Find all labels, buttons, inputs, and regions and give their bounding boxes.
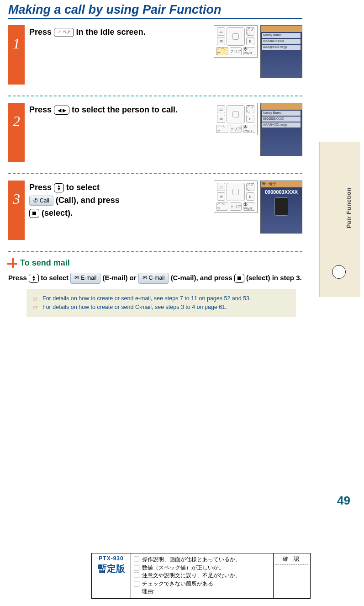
keypad-pwr-key: ⏻ PWR <box>243 202 255 211</box>
keypad-app-icon: アプリ <box>246 183 254 191</box>
checklist-left: PTX-930 暫定版 <box>92 553 131 598</box>
checkbox-icon[interactable] <box>134 573 139 578</box>
note-line: ☞ For details on how to create or send C… <box>33 304 290 311</box>
checklist-row: チェックできない箇所がある <box>134 580 270 588</box>
hand-icon: ☞ <box>33 295 39 303</box>
step-body: Press ◀ ▶ to select the person to call. <box>29 103 209 117</box>
keypad-dpad <box>227 27 245 46</box>
keypad-pair-key: ↗ ペア <box>216 47 228 55</box>
mail-paragraph: Press ▲▼ to select ✉ E-mail (E-mail) or … <box>8 272 302 284</box>
phone-screen-call: 田中優子 0900003XXXX <box>260 181 302 234</box>
screen-addr: AAA@XXX.ne.jp <box>262 122 301 128</box>
keypad-e-icon: E <box>246 37 254 45</box>
chip-label: E-mail <box>81 274 96 282</box>
keypad-clear-key: クリア <box>230 125 242 133</box>
step-body: Press ▲▼ to select ✆ Call (Call), and pr… <box>29 181 209 220</box>
phone-screen: Nancy Brand 0900003XXXX AAA@XXX.ne.jp <box>260 25 302 78</box>
checklist-text: 注意文や説明文に誤り、不足がないか。 <box>142 572 241 579</box>
keypad-clear-key: クリア <box>230 202 242 211</box>
page-content: Making a call by using Pair Function 1 P… <box>0 0 311 317</box>
screen-call-number: 0900003XXXX <box>261 189 302 195</box>
mail-icon: ✉ <box>74 274 79 282</box>
step-illustration: 📖 ✉ アプリ E ↗ ペア クリア ⏻ PWR 田中優子 09 <box>214 181 302 234</box>
text: Press <box>29 105 54 114</box>
step-number: 3 <box>8 181 25 240</box>
review-checklist: PTX-930 暫定版 操作説明、画面が仕様とあっているか。 数値（スペック値）… <box>91 553 311 599</box>
keypad-pair-key: ↗ ペア <box>216 202 228 211</box>
text: in the idle screen. <box>76 27 146 37</box>
screen-name: Nancy Brand <box>262 111 301 116</box>
screen-number: 0900003XXXX <box>262 39 301 44</box>
keypad-pwr-key: ⏻ PWR <box>243 125 255 133</box>
note-text: For details on how to create or send C-m… <box>42 304 227 310</box>
leftright-key-icon: ◀ ▶ <box>54 106 69 115</box>
select-key-icon <box>29 209 39 218</box>
text: Press <box>29 27 54 37</box>
keypad-diagram: 📖 ✉ アプリ E ↗ ペア クリア ⏻ PWR <box>214 181 258 213</box>
checklist-confirm: 確 認 <box>274 553 310 598</box>
mail-icon: ✉ <box>142 274 147 282</box>
subheading: To send mail <box>8 258 302 268</box>
step-text: Press ↗ ペア in the idle screen. <box>29 26 209 39</box>
model-label: PTX-930 <box>94 555 129 562</box>
text: (E-mail) or <box>102 274 138 282</box>
side-tab-label: Pair Function <box>345 187 352 229</box>
screen-number: 0900003XXXX <box>262 117 301 122</box>
screen-call-title: 田中優子 <box>261 181 302 187</box>
checklist-row: 数値（スペック値）が正しいか。 <box>134 564 270 572</box>
provisional-label: 暫定版 <box>94 563 129 575</box>
plus-icon <box>8 259 16 267</box>
text: Press <box>8 274 29 282</box>
keypad-book-icon: 📖 <box>217 183 225 191</box>
step-number: 2 <box>8 103 25 162</box>
phone-icon: ✆ <box>33 197 38 205</box>
note-line: ☞ For details on how to create or send e… <box>33 295 290 303</box>
keypad-mail-icon: ✉ <box>217 37 225 45</box>
step-2: 2 Press ◀ ▶ to select the person to call… <box>8 103 302 174</box>
checkbox-icon[interactable] <box>134 565 139 570</box>
keypad-book-icon: 📖 <box>217 105 225 113</box>
text: (Call), and press <box>56 196 120 205</box>
text: (select) in step 3. <box>246 274 302 282</box>
updown-key-icon: ▲▼ <box>54 183 64 192</box>
keypad-diagram: 📖 ✉ アプリ E ↗ ペア クリア ⏻ PWR <box>214 25 258 58</box>
page-number: 49 <box>337 494 350 508</box>
checklist-text: チェックできない箇所がある <box>142 580 213 588</box>
step-text: Press ▲▼ to select ✆ Call (Call), and pr… <box>29 181 209 220</box>
screen-name: Nancy Brand <box>262 33 301 38</box>
note-box: ☞ For details on how to create or send e… <box>26 289 296 317</box>
hand-icon: ☞ <box>33 304 39 311</box>
keypad-e-icon: E <box>246 115 254 123</box>
note-text: For details on how to create or send e-m… <box>42 295 251 302</box>
chip-label: C-mail <box>149 274 165 282</box>
confirm-label: 確 認 <box>275 555 308 564</box>
email-chip: ✉ E-mail <box>70 273 100 283</box>
step-body: Press ↗ ペア in the idle screen. <box>29 25 209 39</box>
step-text: Press ◀ ▶ to select the person to call. <box>29 104 209 117</box>
checkbox-icon[interactable] <box>134 557 139 562</box>
keypad-mail-icon: ✉ <box>217 192 225 201</box>
call-chip: ✆ Call <box>29 196 53 206</box>
text: to select <box>66 183 100 192</box>
checklist-text: 操作説明、画面が仕様とあっているか。 <box>142 556 241 563</box>
side-tab-circle <box>332 265 346 279</box>
text: to select <box>41 274 70 282</box>
step-illustration: 📖 ✉ アプリ E ↗ ペア クリア ⏻ PWR Nancy <box>214 103 302 156</box>
updown-key-icon: ▲▼ <box>29 274 39 283</box>
keypad-app-icon: アプリ <box>246 105 254 113</box>
cmail-chip: ✉ C-mail <box>138 273 169 283</box>
keypad-dpad <box>227 105 245 123</box>
step-3: 3 Press ▲▼ to select ✆ Call (Call), and … <box>8 181 302 252</box>
step-number: 1 <box>8 25 25 85</box>
keypad-dpad <box>227 183 245 201</box>
keypad-diagram: 📖 ✉ アプリ E ↗ ペア クリア ⏻ PWR <box>214 103 258 135</box>
reason-label: 理由: <box>142 588 154 595</box>
step-illustration: 📖 ✉ アプリ E ↗ ペア クリア ⏻ PWR Nancy <box>214 25 302 78</box>
reason-row: 理由: <box>134 588 270 595</box>
screen-topbar <box>261 103 302 110</box>
side-tab: Pair Function <box>319 142 360 297</box>
select-key-icon <box>234 274 244 283</box>
text: (select). <box>42 208 73 218</box>
checkbox-icon[interactable] <box>134 581 139 586</box>
text: (C-mail), and press <box>171 274 234 282</box>
